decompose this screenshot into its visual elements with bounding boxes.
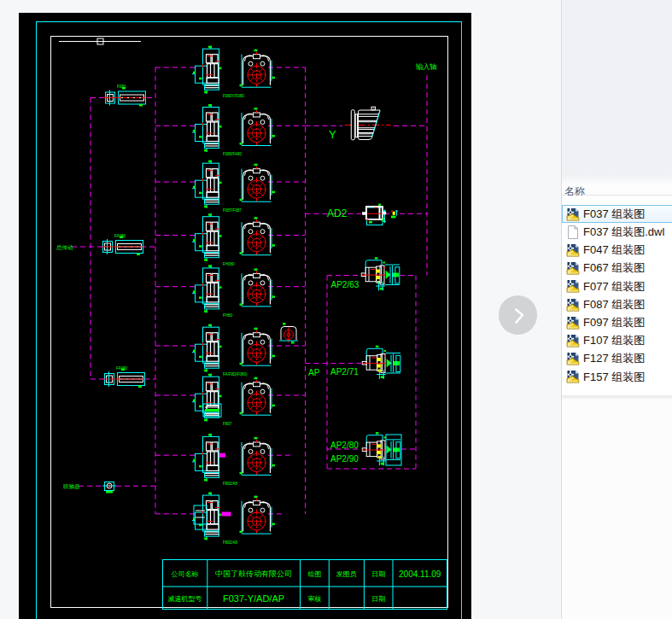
svg-text:输入轴: 输入轴: [415, 62, 436, 71]
svg-text:发图员: 发图员: [336, 570, 357, 578]
svg-text:AP2/80: AP2/80: [330, 441, 359, 450]
svg-text:FA/F8D(F080): FA/F8D(F080): [223, 372, 248, 377]
svg-text:F037-Y/AD/AP: F037-Y/AD/AP: [223, 593, 284, 604]
svg-text:公司名称: 公司名称: [172, 570, 199, 578]
svg-text:日期: 日期: [371, 595, 385, 603]
svg-text:F080Y/F080: F080Y/F080: [223, 94, 244, 98]
svg-text:F802/A8: F802/A8: [223, 482, 238, 486]
svg-text:FH080: FH080: [223, 262, 235, 266]
svg-text:总传动: 总传动: [56, 244, 73, 251]
svg-text:AP: AP: [308, 368, 320, 377]
svg-text:审核: 审核: [307, 595, 321, 603]
svg-text:减速机型号: 减速机型号: [168, 595, 202, 603]
svg-text:AP2/63: AP2/63: [331, 280, 359, 289]
svg-text:绘图: 绘图: [307, 570, 321, 578]
svg-text:FA080: FA080: [114, 234, 126, 238]
svg-text:联轴器: 联轴器: [63, 483, 80, 490]
svg-text:AP2/90: AP2/90: [330, 454, 359, 464]
svg-text:AD2: AD2: [327, 207, 348, 219]
svg-text:F807: F807: [223, 422, 232, 426]
svg-text:F802/A8: F802/A8: [223, 540, 238, 545]
svg-text:2004.11.09: 2004.11.09: [399, 569, 441, 579]
svg-text:FA080: FA080: [116, 366, 128, 371]
svg-text:F080/FA80: F080/FA80: [223, 152, 243, 156]
svg-text:F080: F080: [117, 85, 126, 89]
svg-text:Y: Y: [329, 128, 336, 141]
svg-text:中国了鼓传动有限公司: 中国了鼓传动有限公司: [215, 569, 292, 578]
svg-text:日期: 日期: [371, 570, 385, 578]
svg-text:AP2/71: AP2/71: [330, 367, 359, 377]
svg-text:FH80: FH80: [223, 313, 233, 318]
svg-text:F087/F087: F087/F087: [223, 208, 242, 213]
